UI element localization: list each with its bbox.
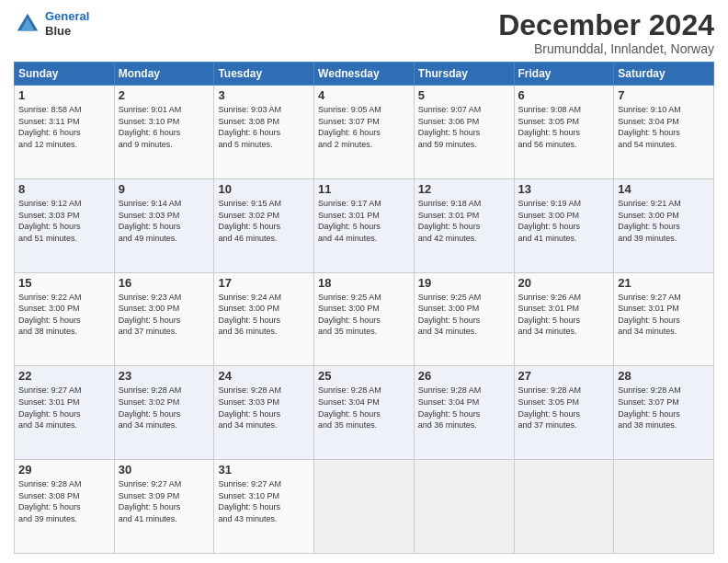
day-number: 11: [318, 182, 410, 196]
calendar-body: 1Sunrise: 8:58 AM Sunset: 3:11 PM Daylig…: [15, 86, 714, 554]
calendar-cell: 22Sunrise: 9:27 AM Sunset: 3:01 PM Dayli…: [15, 366, 115, 460]
calendar-week-1: 1Sunrise: 8:58 AM Sunset: 3:11 PM Daylig…: [15, 86, 714, 179]
day-number: 26: [418, 369, 510, 383]
day-info: Sunrise: 9:01 AM Sunset: 3:10 PM Dayligh…: [119, 104, 210, 150]
calendar-cell: 15Sunrise: 9:22 AM Sunset: 3:00 PM Dayli…: [15, 272, 115, 366]
header-row: Sunday Monday Tuesday Wednesday Thursday…: [15, 63, 714, 86]
day-number: 28: [618, 369, 710, 383]
calendar-week-3: 15Sunrise: 9:22 AM Sunset: 3:00 PM Dayli…: [15, 272, 714, 366]
calendar-cell: 3Sunrise: 9:03 AM Sunset: 3:08 PM Daylig…: [214, 86, 314, 179]
day-info: Sunrise: 9:28 AM Sunset: 3:07 PM Dayligh…: [618, 385, 710, 431]
day-number: 17: [218, 276, 310, 290]
day-info: Sunrise: 8:58 AM Sunset: 3:11 PM Dayligh…: [18, 104, 110, 150]
day-number: 16: [119, 276, 210, 290]
day-number: 14: [618, 182, 710, 196]
calendar-week-5: 29Sunrise: 9:28 AM Sunset: 3:08 PM Dayli…: [15, 460, 714, 554]
calendar-cell: 9Sunrise: 9:14 AM Sunset: 3:03 PM Daylig…: [114, 178, 214, 272]
month-title: December 2024: [498, 9, 714, 41]
logo-icon: [14, 10, 41, 38]
day-number: 12: [418, 182, 510, 196]
day-info: Sunrise: 9:10 AM Sunset: 3:04 PM Dayligh…: [618, 104, 710, 150]
calendar-cell: 25Sunrise: 9:28 AM Sunset: 3:04 PM Dayli…: [314, 366, 415, 460]
day-info: Sunrise: 9:27 AM Sunset: 3:01 PM Dayligh…: [618, 292, 710, 338]
calendar-cell: 28Sunrise: 9:28 AM Sunset: 3:07 PM Dayli…: [614, 366, 714, 460]
day-info: Sunrise: 9:28 AM Sunset: 3:03 PM Dayligh…: [218, 385, 310, 431]
day-number: 5: [418, 88, 510, 102]
calendar-cell: 7Sunrise: 9:10 AM Sunset: 3:04 PM Daylig…: [614, 86, 714, 179]
calendar-cell: 20Sunrise: 9:26 AM Sunset: 3:01 PM Dayli…: [514, 272, 614, 366]
day-number: 7: [618, 88, 710, 102]
logo-text: General Blue: [45, 9, 89, 38]
calendar-cell: 27Sunrise: 9:28 AM Sunset: 3:05 PM Dayli…: [514, 366, 614, 460]
header-sunday: Sunday: [15, 63, 115, 86]
calendar-cell: 12Sunrise: 9:18 AM Sunset: 3:01 PM Dayli…: [414, 178, 514, 272]
header-friday: Friday: [514, 63, 614, 86]
day-number: 24: [218, 369, 310, 383]
day-info: Sunrise: 9:28 AM Sunset: 3:02 PM Dayligh…: [119, 385, 210, 431]
calendar-cell: 2Sunrise: 9:01 AM Sunset: 3:10 PM Daylig…: [114, 86, 214, 179]
day-info: Sunrise: 9:28 AM Sunset: 3:08 PM Dayligh…: [18, 478, 110, 524]
day-info: Sunrise: 9:28 AM Sunset: 3:04 PM Dayligh…: [418, 385, 510, 431]
day-number: 23: [119, 369, 210, 383]
day-info: Sunrise: 9:17 AM Sunset: 3:01 PM Dayligh…: [318, 198, 410, 244]
day-number: 20: [518, 276, 610, 290]
day-number: 8: [18, 182, 110, 196]
calendar-cell: [614, 460, 714, 554]
day-info: Sunrise: 9:21 AM Sunset: 3:00 PM Dayligh…: [618, 198, 710, 244]
calendar-cell: 18Sunrise: 9:25 AM Sunset: 3:00 PM Dayli…: [314, 272, 415, 366]
calendar-cell: [414, 460, 514, 554]
calendar-cell: 13Sunrise: 9:19 AM Sunset: 3:00 PM Dayli…: [514, 178, 614, 272]
day-info: Sunrise: 9:27 AM Sunset: 3:01 PM Dayligh…: [18, 385, 110, 431]
calendar-header: Sunday Monday Tuesday Wednesday Thursday…: [15, 63, 714, 86]
day-number: 22: [18, 369, 110, 383]
day-number: 2: [119, 88, 210, 102]
calendar-cell: 23Sunrise: 9:28 AM Sunset: 3:02 PM Dayli…: [114, 366, 214, 460]
header-tuesday: Tuesday: [214, 63, 314, 86]
calendar-cell: 19Sunrise: 9:25 AM Sunset: 3:00 PM Dayli…: [414, 272, 514, 366]
day-number: 3: [218, 88, 310, 102]
calendar-cell: 5Sunrise: 9:07 AM Sunset: 3:06 PM Daylig…: [414, 86, 514, 179]
calendar-cell: 21Sunrise: 9:27 AM Sunset: 3:01 PM Dayli…: [614, 272, 714, 366]
calendar-cell: 1Sunrise: 8:58 AM Sunset: 3:11 PM Daylig…: [15, 86, 115, 179]
day-number: 29: [18, 463, 110, 477]
header-wednesday: Wednesday: [314, 63, 415, 86]
day-info: Sunrise: 9:15 AM Sunset: 3:02 PM Dayligh…: [218, 198, 310, 244]
day-number: 30: [119, 463, 210, 477]
calendar-cell: 30Sunrise: 9:27 AM Sunset: 3:09 PM Dayli…: [114, 460, 214, 554]
calendar-cell: 14Sunrise: 9:21 AM Sunset: 3:00 PM Dayli…: [614, 178, 714, 272]
calendar-cell: [314, 460, 415, 554]
calendar-cell: 16Sunrise: 9:23 AM Sunset: 3:00 PM Dayli…: [114, 272, 214, 366]
day-number: 6: [518, 88, 610, 102]
day-info: Sunrise: 9:03 AM Sunset: 3:08 PM Dayligh…: [218, 104, 310, 150]
calendar-cell: 31Sunrise: 9:27 AM Sunset: 3:10 PM Dayli…: [214, 460, 314, 554]
day-number: 10: [218, 182, 310, 196]
day-number: 19: [418, 276, 510, 290]
calendar-week-4: 22Sunrise: 9:27 AM Sunset: 3:01 PM Dayli…: [15, 366, 714, 460]
logo: General Blue: [14, 9, 89, 38]
day-number: 21: [618, 276, 710, 290]
location-subtitle: Brumunddal, Innlandet, Norway: [498, 41, 714, 56]
day-number: 4: [318, 88, 410, 102]
day-number: 18: [318, 276, 410, 290]
day-number: 15: [18, 276, 110, 290]
day-number: 27: [518, 369, 610, 383]
day-info: Sunrise: 9:28 AM Sunset: 3:04 PM Dayligh…: [318, 385, 410, 431]
day-info: Sunrise: 9:28 AM Sunset: 3:05 PM Dayligh…: [518, 385, 610, 431]
day-info: Sunrise: 9:27 AM Sunset: 3:10 PM Dayligh…: [218, 478, 310, 524]
calendar-cell: 4Sunrise: 9:05 AM Sunset: 3:07 PM Daylig…: [314, 86, 415, 179]
title-area: December 2024 Brumunddal, Innlandet, Nor…: [498, 9, 714, 56]
calendar-cell: 24Sunrise: 9:28 AM Sunset: 3:03 PM Dayli…: [214, 366, 314, 460]
day-number: 31: [218, 463, 310, 477]
header-thursday: Thursday: [414, 63, 514, 86]
calendar-week-2: 8Sunrise: 9:12 AM Sunset: 3:03 PM Daylig…: [15, 178, 714, 272]
calendar-cell: 26Sunrise: 9:28 AM Sunset: 3:04 PM Dayli…: [414, 366, 514, 460]
day-info: Sunrise: 9:18 AM Sunset: 3:01 PM Dayligh…: [418, 198, 510, 244]
day-info: Sunrise: 9:22 AM Sunset: 3:00 PM Dayligh…: [18, 292, 110, 338]
day-number: 13: [518, 182, 610, 196]
day-info: Sunrise: 9:07 AM Sunset: 3:06 PM Dayligh…: [418, 104, 510, 150]
day-info: Sunrise: 9:08 AM Sunset: 3:05 PM Dayligh…: [518, 104, 610, 150]
day-info: Sunrise: 9:25 AM Sunset: 3:00 PM Dayligh…: [418, 292, 510, 338]
day-number: 1: [18, 88, 110, 102]
calendar-cell: 10Sunrise: 9:15 AM Sunset: 3:02 PM Dayli…: [214, 178, 314, 272]
header-saturday: Saturday: [614, 63, 714, 86]
